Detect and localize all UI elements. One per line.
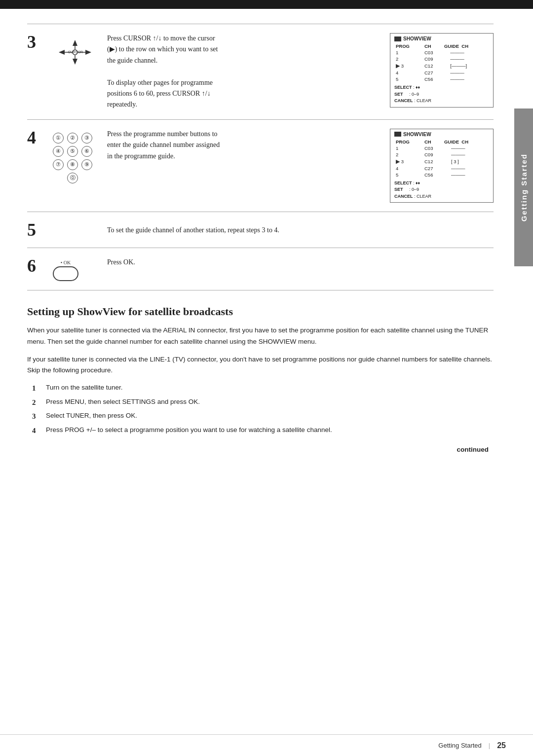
col-prog: PROG xyxy=(394,43,423,49)
svg-text:·CURSOR: ·CURSOR xyxy=(67,50,83,54)
list-item: 4 Press PROG +/– to select a programme p… xyxy=(32,425,494,436)
numpad-btn-2: ② xyxy=(67,133,78,144)
showview-table-4: PROG CH GUIDE CH 1C03——— 2C09 xyxy=(394,139,489,178)
showview-screen-3: SHOWVIEW PROG CH GUIDE CH xyxy=(390,33,494,108)
satellite-section: Setting up ShowView for satellite broadc… xyxy=(27,305,494,453)
numpad-btn-3: ③ xyxy=(81,133,92,144)
steps-section: 3 xyxy=(27,24,494,290)
satellite-para2: If your satellite tuner is connected via… xyxy=(27,354,494,376)
step-6-content: Press OK. xyxy=(102,257,494,268)
step-row-6: 6 • OK Press OK. xyxy=(27,248,494,290)
list-item-num: 2 xyxy=(32,397,41,408)
numpad-icon-4: ① ② ③ ④ ⑤ ⑥ ⑦ ⑧ ⑨ ⓪ xyxy=(53,129,102,183)
bottom-bar: Getting Started | 25 xyxy=(0,734,533,756)
footer-divider: | xyxy=(489,742,490,749)
top-bar xyxy=(0,0,533,9)
cursor-svg: ·CURSOR xyxy=(53,35,97,70)
showview-screen-4: SHOWVIEW PROG CH GUIDE CH xyxy=(390,129,494,203)
table-row: 2C09——— xyxy=(394,151,489,158)
table-row: 4C27——— xyxy=(394,70,489,76)
list-item-text: Press MENU, then select SETTINGS and pre… xyxy=(46,397,200,407)
step-6-text: Press OK. xyxy=(107,258,135,266)
step-row-4: 4 ① ② ③ ④ ⑤ ⑥ ⑦ ⑧ ⑨ ⓪ xyxy=(27,120,494,213)
step-row-5: 5 To set the guide channel of another st… xyxy=(27,212,494,248)
list-item-num: 4 xyxy=(32,425,41,436)
step-number-4: 4 xyxy=(27,129,53,146)
list-item-text: Select TUNER, then press OK. xyxy=(46,411,137,421)
table-row: ▶ 3C12[ 3 ] xyxy=(394,158,489,165)
step-number-3: 3 xyxy=(27,33,53,51)
numpad-btn-6: ⑥ xyxy=(81,146,92,157)
satellite-heading: Setting up ShowView for satellite broadc… xyxy=(27,305,494,318)
step-row-3: 3 xyxy=(27,24,494,120)
list-item: 3 Select TUNER, then press OK. xyxy=(32,411,494,422)
step-number-5: 5 xyxy=(27,221,53,239)
showview-title-3: SHOWVIEW xyxy=(394,36,489,41)
ok-oval xyxy=(53,266,78,281)
side-tab-label: Getting Started xyxy=(520,153,528,221)
continued-label: continued xyxy=(27,446,494,453)
page-wrapper: Getting Started 3 xyxy=(0,0,533,756)
ok-dot: • OK xyxy=(61,260,71,265)
step-3-text: Press CURSOR ↑/↓ to move the cursor (▶) … xyxy=(107,33,380,66)
step-4-content: Press the programme number buttons to en… xyxy=(102,129,380,162)
ok-button-icon: • OK xyxy=(53,257,102,281)
satellite-para1: When your satellite tuner is connected v… xyxy=(27,325,494,347)
showview-label-4: SHOWVIEW xyxy=(403,132,431,137)
showview-table-3: PROG CH GUIDE CH 1C03——— 2C09 xyxy=(394,43,489,82)
cursor-icon-3: ·CURSOR xyxy=(53,33,102,68)
numpad-btn-9: ⑨ xyxy=(81,159,92,170)
table-row: 1C03——— xyxy=(394,49,489,56)
table-row: 5C56——— xyxy=(394,172,489,178)
numpad-btn-1: ① xyxy=(53,133,64,144)
list-item-text: Press PROG +/– to select a programme pos… xyxy=(46,425,332,435)
satellite-steps-list: 1 Turn on the satellite tuner. 2 Press M… xyxy=(32,383,494,436)
step-4-screen: SHOWVIEW PROG CH GUIDE CH xyxy=(390,129,494,203)
showview-icon-3 xyxy=(394,36,401,41)
col-guide: GUIDE CH xyxy=(443,43,489,49)
numpad-btn-4: ④ xyxy=(53,146,64,157)
ok-icon-wrap: • OK xyxy=(53,259,78,281)
step-5-text: To set the guide channel of another stat… xyxy=(107,226,279,234)
main-content: 3 xyxy=(0,9,533,468)
list-item-num: 1 xyxy=(32,383,41,394)
col-ch: CH xyxy=(423,43,443,49)
arrow-indicator: ▶ xyxy=(396,158,400,164)
list-item: 1 Turn on the satellite tuner. xyxy=(32,383,494,394)
footer-label: Getting Started xyxy=(438,742,481,749)
table-row: 2C09——— xyxy=(394,56,489,62)
showview-icon-4 xyxy=(394,132,401,137)
step-number-6: 6 xyxy=(27,257,53,275)
table-row: 5C56——— xyxy=(394,76,489,82)
arrow-indicator: ▶ xyxy=(396,63,400,69)
step-3-text2: To display other pages for programme pos… xyxy=(107,77,380,110)
numpad-btn-0: ⓪ xyxy=(67,173,78,183)
list-item: 2 Press MENU, then select SETTINGS and p… xyxy=(32,397,494,408)
showview-footer-3: SELECT : ♦♦ SET : 0–9 CANCEL : CLEAR xyxy=(394,84,489,105)
step-4-text: Press the programme number buttons to en… xyxy=(107,129,380,162)
step-5-content: To set the guide channel of another stat… xyxy=(102,221,494,236)
table-row: 4C27——— xyxy=(394,165,489,172)
numpad-btn-7: ⑦ xyxy=(53,159,64,170)
numpad-btn-8: ⑧ xyxy=(67,159,78,170)
step-3-screen: SHOWVIEW PROG CH GUIDE CH xyxy=(390,33,494,108)
table-row: 1C03——— xyxy=(394,145,489,151)
showview-title-4: SHOWVIEW xyxy=(394,132,489,137)
list-item-text: Turn on the satellite tuner. xyxy=(46,383,123,393)
page-number: 25 xyxy=(497,741,506,750)
step-3-content: Press CURSOR ↑/↓ to move the cursor (▶) … xyxy=(102,33,380,110)
table-row: ▶ 3C12[———] xyxy=(394,62,489,70)
list-item-num: 3 xyxy=(32,411,41,422)
showview-footer-4: SELECT : ♦♦ SET : 0–9 CANCEL : CLEAR xyxy=(394,180,489,200)
numpad-btn-5: ⑤ xyxy=(67,146,78,157)
continued-text: continued xyxy=(457,446,489,453)
showview-label-3: SHOWVIEW xyxy=(403,36,431,41)
footer-text: Getting Started | 25 xyxy=(438,741,506,750)
side-tab: Getting Started xyxy=(514,108,533,266)
